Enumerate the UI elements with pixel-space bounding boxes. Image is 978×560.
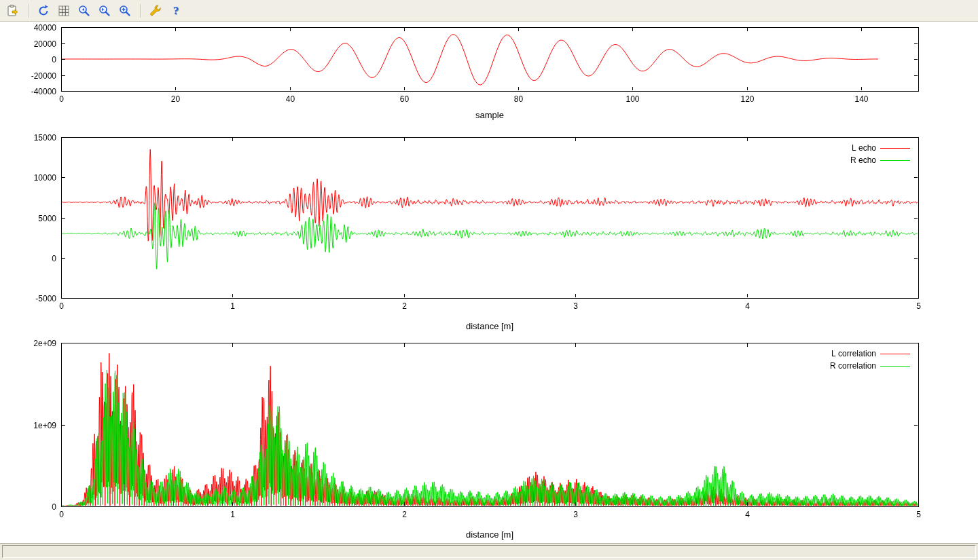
autoscale-button[interactable] — [116, 2, 134, 20]
refresh-icon — [37, 4, 50, 18]
toolbar: ?? — [0, 0, 978, 22]
status-field — [2, 545, 976, 558]
help-icon: ?? — [169, 4, 183, 18]
pulse-plot[interactable] — [0, 22, 978, 131]
zoom-reset-icon — [118, 4, 132, 18]
gnuplot-window: ?? — [0, 0, 978, 560]
toolbar-separator — [28, 4, 29, 18]
zoom-previous-button[interactable] — [75, 2, 93, 20]
svg-text:?: ? — [173, 4, 179, 17]
zoom-next-icon — [98, 4, 111, 18]
clipboard-icon — [6, 4, 20, 18]
grid-toggle-button[interactable] — [55, 2, 73, 20]
plot-area — [0, 22, 978, 543]
status-bar — [0, 543, 978, 560]
echo-plot[interactable] — [0, 131, 978, 338]
help-button[interactable]: ?? — [167, 2, 185, 20]
zoom-next-button[interactable] — [96, 2, 113, 20]
toolbar-separator — [140, 4, 141, 18]
zoom-previous-icon — [77, 4, 91, 18]
config-button[interactable] — [147, 2, 164, 20]
replot-button[interactable] — [35, 2, 52, 20]
wrench-icon — [149, 4, 162, 18]
correlation-plot[interactable] — [0, 338, 978, 543]
copy-to-clipboard-button[interactable] — [4, 2, 22, 20]
grid-icon — [57, 4, 71, 18]
